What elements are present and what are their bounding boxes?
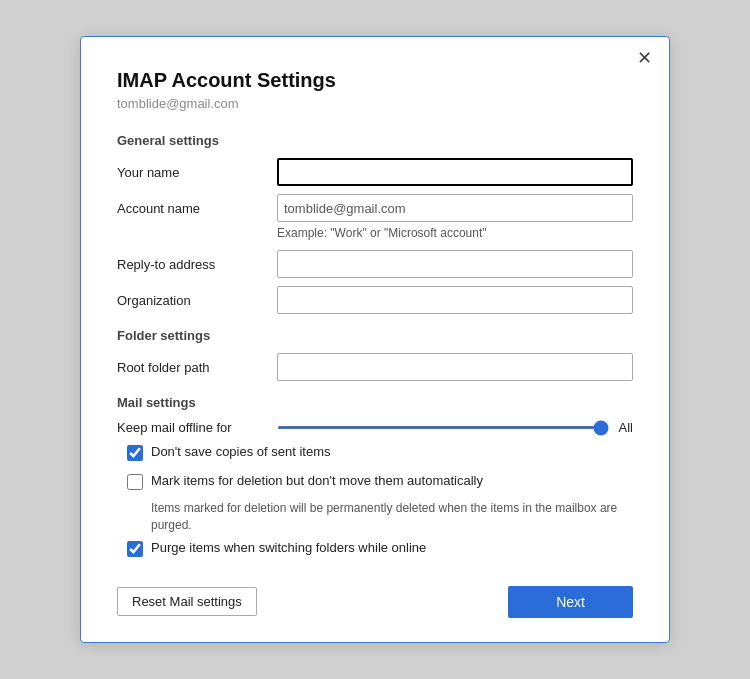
root-folder-input[interactable] — [277, 353, 633, 381]
your-name-row: Your name — [117, 158, 633, 186]
dialog-footer: Reset Mail settings Next — [81, 568, 669, 618]
keep-offline-slider[interactable] — [277, 426, 609, 429]
your-name-input[interactable] — [277, 158, 633, 186]
dialog-title: IMAP Account Settings — [117, 69, 633, 92]
example-text: Example: "Work" or "Microsoft account" — [277, 226, 633, 240]
mark-deletion-sublabel: Items marked for deletion will be perman… — [151, 500, 633, 534]
purge-items-label: Purge items when switching folders while… — [151, 539, 426, 557]
cb2-row: Mark items for deletion but don't move t… — [127, 472, 633, 490]
keep-offline-value: All — [619, 420, 633, 435]
organization-row: Organization — [117, 286, 633, 314]
account-name-label: Account name — [117, 201, 277, 216]
keep-offline-label: Keep mail offline for — [117, 420, 277, 435]
reset-button[interactable]: Reset Mail settings — [117, 587, 257, 616]
reply-to-label: Reply-to address — [117, 257, 277, 272]
purge-items-checkbox[interactable] — [127, 541, 143, 557]
organization-input[interactable] — [277, 286, 633, 314]
mark-deletion-label: Mark items for deletion but don't move t… — [151, 472, 483, 490]
close-button[interactable]: ✕ — [632, 47, 657, 69]
dont-save-copies-checkbox[interactable] — [127, 445, 143, 461]
dialog-body: IMAP Account Settings tomblide@gmail.com… — [81, 69, 669, 557]
cb3-row: Purge items when switching folders while… — [127, 539, 633, 557]
general-settings-label: General settings — [117, 133, 633, 148]
dialog-header: ✕ — [81, 37, 669, 69]
mail-settings-label: Mail settings — [117, 395, 633, 410]
root-folder-row: Root folder path — [117, 353, 633, 381]
account-name-row: Account name — [117, 194, 633, 222]
reply-to-row: Reply-to address — [117, 250, 633, 278]
organization-label: Organization — [117, 293, 277, 308]
cb1-row: Don't save copies of sent items — [127, 443, 633, 461]
imap-settings-dialog: ✕ IMAP Account Settings tomblide@gmail.c… — [80, 36, 670, 642]
folder-settings-label: Folder settings — [117, 328, 633, 343]
account-name-input[interactable] — [277, 194, 633, 222]
reply-to-input[interactable] — [277, 250, 633, 278]
next-button[interactable]: Next — [508, 586, 633, 618]
mark-deletion-checkbox[interactable] — [127, 474, 143, 490]
dont-save-copies-label: Don't save copies of sent items — [151, 443, 331, 461]
slider-container: All — [277, 420, 633, 435]
keep-offline-row: Keep mail offline for All — [117, 420, 633, 435]
dialog-subtitle: tomblide@gmail.com — [117, 96, 633, 111]
root-folder-label: Root folder path — [117, 360, 277, 375]
your-name-label: Your name — [117, 165, 277, 180]
